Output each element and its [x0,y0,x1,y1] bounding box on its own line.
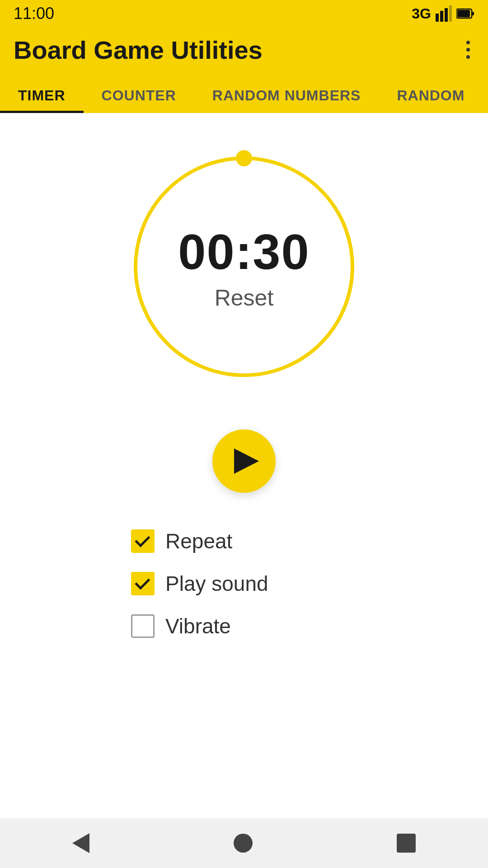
battery-icon [456,8,474,19]
timer-inner: 00:30 Reset [178,223,310,311]
svg-point-8 [236,150,252,166]
tab-random[interactable]: RANDOM [379,78,483,113]
bottom-nav [0,818,488,868]
svg-rect-5 [472,12,474,15]
play-sound-label: Play sound [165,571,268,596]
svg-rect-3 [449,5,452,22]
recents-icon[interactable] [397,834,416,853]
vibrate-option[interactable]: Vibrate [131,614,231,638]
timer-display: 00:30 [178,223,310,280]
vibrate-checkbox[interactable] [131,614,155,638]
repeat-label: Repeat [165,529,232,553]
more-vert-icon[interactable] [462,36,474,63]
back-icon[interactable] [72,833,89,853]
tab-bar: TIMER COUNTER RANDOM NUMBERS RANDOM [0,72,488,113]
tab-timer[interactable]: TIMER [0,78,84,113]
repeat-option[interactable]: Repeat [131,529,232,553]
play-sound-option[interactable]: Play sound [131,571,268,596]
checkmark-icon [135,532,150,547]
vibrate-label: Vibrate [165,614,231,638]
svg-rect-0 [436,14,439,22]
app-title: Board Game Utilities [14,35,263,65]
play-sound-checkbox[interactable] [131,572,155,595]
status-icons: 3G [412,5,474,22]
tab-random-numbers[interactable]: RANDOM NUMBERS [194,78,379,113]
signal-icon [436,5,452,22]
app-header: Board Game Utilities [0,27,488,72]
timer-circle-container[interactable]: 00:30 Reset [117,140,371,393]
status-bar: 11:00 3G [0,0,488,27]
svg-rect-6 [457,10,470,17]
main-content: 00:30 Reset Repeat Play sound Vibrate [0,113,488,638]
play-icon [234,448,259,474]
svg-rect-1 [440,11,443,22]
home-icon[interactable] [234,834,253,853]
svg-rect-2 [445,8,448,22]
tab-counter[interactable]: COUNTER [84,78,194,113]
reset-button[interactable]: Reset [215,285,274,311]
repeat-checkbox[interactable] [131,529,155,553]
options-container: Repeat Play sound Vibrate [131,529,357,638]
network-icon: 3G [412,5,431,22]
status-time: 11:00 [14,4,54,23]
play-button[interactable] [212,429,276,493]
checkmark-icon-2 [135,574,150,590]
